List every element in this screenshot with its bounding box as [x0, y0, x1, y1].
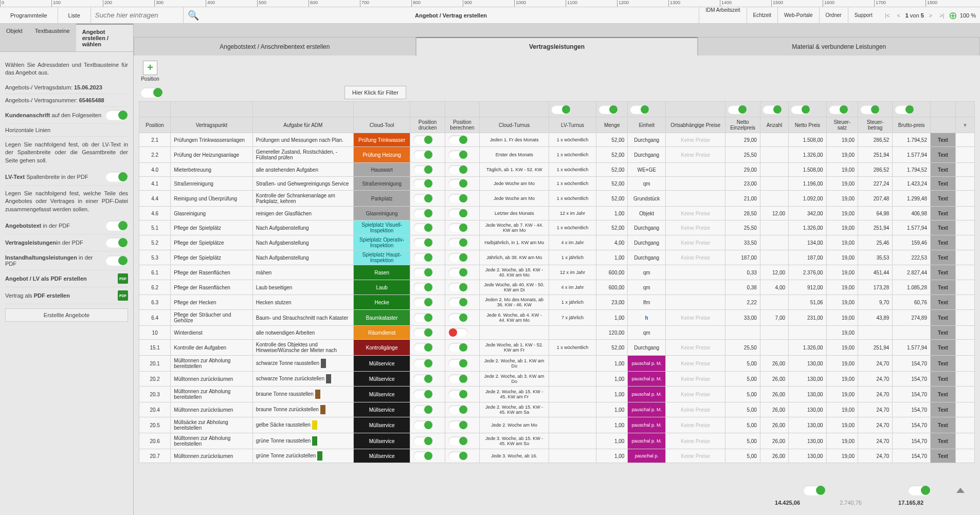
cell-cloudtool[interactable]: Prüfung Trinkwasser	[353, 133, 410, 147]
table-row[interactable]: 6.1 Pflege der Rasenflächen mähen Rasen …	[139, 265, 975, 280]
col-toggle-einheit[interactable]	[630, 105, 649, 114]
row-text-button[interactable]: Text	[930, 449, 955, 463]
scroll-up-icon[interactable]	[956, 488, 965, 493]
row-toggle-berechnen[interactable]	[448, 135, 468, 144]
programmteile-button[interactable]: Programmteile	[0, 7, 58, 23]
cell-cloudtool[interactable]: Müllservice	[353, 372, 410, 387]
row-toggle-berechnen[interactable]	[448, 313, 468, 322]
th-pos-drucken[interactable]: Position drucken	[410, 117, 445, 133]
row-text-button[interactable]: Text	[930, 372, 955, 387]
table-row[interactable]: 4.6 Glasreinigung reinigen der Glasfläch…	[139, 207, 975, 220]
table-row[interactable]: 20.4 Mülltonnen zurückräumen braune Tonn…	[139, 402, 975, 417]
cell-cloudtool[interactable]: Spielplatz Haupt-Inspektion	[353, 250, 410, 265]
tab-vertragsleistungen[interactable]: Vertragsleistungen	[416, 37, 698, 56]
lvtext-toggle[interactable]	[105, 172, 128, 182]
angebotstext-toggle[interactable]	[105, 220, 128, 231]
row-toggle-berechnen[interactable]	[448, 194, 468, 203]
cell-cloudtool[interactable]: Müllservice	[353, 433, 410, 449]
cell-cloudtool[interactable]: Müllservice	[353, 417, 410, 433]
row-toggle-drucken[interactable]	[413, 150, 433, 159]
th-anzahl[interactable]: Anzahl	[760, 117, 788, 133]
row-toggle-drucken[interactable]	[413, 405, 433, 414]
webportale-button[interactable]: Web-Portale	[777, 7, 819, 23]
row-text-button[interactable]: Text	[930, 177, 955, 191]
cell-cloudtool[interactable]: Baumkataster	[353, 310, 410, 326]
row-toggle-drucken[interactable]	[413, 165, 433, 174]
cell-cloudtool[interactable]: Glasreinigung	[353, 207, 410, 220]
table-row[interactable]: 20.1 Mülltonnen zur Abholung bereitstell…	[139, 356, 975, 372]
row-toggle-berechnen[interactable]	[448, 165, 468, 174]
kundenanschrift-toggle[interactable]	[105, 110, 128, 120]
row-toggle-berechnen[interactable]	[448, 298, 468, 307]
filter-button[interactable]: Hier Klick für Filter	[344, 86, 406, 99]
th-aufgabe[interactable]: Aufgabe für ADM	[252, 117, 353, 133]
cell-cloudtool[interactable]: Müllservice	[353, 402, 410, 417]
row-toggle-drucken[interactable]	[413, 194, 433, 203]
th-pos-berechnen[interactable]: Position berechnen	[445, 117, 479, 133]
row-toggle-berechnen[interactable]	[448, 390, 468, 399]
angebot-pdf-button[interactable]: Angebot / LV als PDF erstellen	[5, 275, 118, 282]
th-bruttopreis[interactable]: Brutto-preis	[893, 117, 931, 133]
row-text-button[interactable]: Text	[930, 433, 955, 449]
row-toggle-berechnen[interactable]	[448, 150, 468, 159]
th-netto-preis[interactable]: Netto Preis	[789, 117, 827, 133]
row-text-button[interactable]: Text	[930, 235, 955, 250]
row-text-button[interactable]: Text	[930, 147, 955, 163]
vertragsleistungen-toggle[interactable]	[105, 237, 128, 248]
tab-textbausteine[interactable]: Textbausteine	[29, 24, 76, 51]
col-toggle-lv[interactable]	[551, 105, 571, 114]
row-toggle-drucken[interactable]	[413, 313, 433, 322]
row-toggle-berechnen[interactable]	[448, 328, 468, 337]
cell-cloudtool[interactable]: Kontrollgänge	[353, 340, 410, 356]
row-toggle-drucken[interactable]	[413, 359, 433, 368]
col-toggle-nep[interactable]	[728, 105, 747, 114]
row-text-button[interactable]: Text	[930, 387, 955, 402]
row-text-button[interactable]: Text	[930, 295, 955, 310]
cell-cloudtool[interactable]: Rasen	[353, 265, 410, 280]
row-text-button[interactable]: Text	[930, 417, 955, 433]
footer-toggle-1[interactable]	[803, 485, 826, 495]
row-toggle-drucken[interactable]	[413, 328, 433, 337]
cell-cloudtool[interactable]: Hecke	[353, 295, 410, 310]
th-steuersatz[interactable]: Steuer-satz	[826, 117, 858, 133]
instandhaltung-toggle[interactable]	[105, 255, 128, 266]
col-toggle-sb[interactable]	[860, 105, 880, 114]
row-toggle-drucken[interactable]	[413, 268, 433, 277]
row-text-button[interactable]: Text	[930, 220, 955, 235]
row-toggle-drucken[interactable]	[413, 135, 433, 144]
table-row[interactable]: 5.1 Pflege der Spielplätz Nach Aufgabens…	[139, 220, 975, 235]
add-page-icon[interactable]: ⊕	[949, 11, 958, 20]
row-text-button[interactable]: Text	[930, 207, 955, 220]
row-toggle-berechnen[interactable]	[448, 238, 468, 247]
cell-cloudtool[interactable]: Straßenreinigung	[353, 177, 410, 191]
th-steuerbetrag[interactable]: Steuer-betrag	[858, 117, 892, 133]
row-toggle-berechnen[interactable]	[448, 436, 468, 446]
row-toggle-drucken[interactable]	[413, 283, 433, 292]
row-toggle-berechnen[interactable]	[448, 223, 468, 232]
table-row[interactable]: 20.5 Müllsäcke zur Abholung bereitstelle…	[139, 417, 975, 433]
row-text-button[interactable]: Text	[930, 250, 955, 265]
search-input[interactable]	[95, 11, 179, 19]
erstellte-angebote-button[interactable]: Erstellte Angebote	[5, 308, 128, 322]
table-row[interactable]: 15.1 Kontrolle der Aufgaben Kontrolle de…	[139, 340, 975, 356]
vertrag-pdf-button[interactable]: Vertrag Vertrag als PDF erstellenals PDF…	[5, 292, 118, 299]
row-toggle-berechnen[interactable]	[448, 451, 468, 461]
th-position[interactable]: Position	[139, 117, 171, 133]
col-toggle-anzahl[interactable]	[763, 105, 782, 114]
row-toggle-berechnen[interactable]	[448, 209, 468, 218]
row-toggle-berechnen[interactable]	[448, 343, 468, 352]
row-toggle-berechnen[interactable]	[448, 359, 468, 368]
row-text-button[interactable]: Text	[930, 163, 955, 177]
row-toggle-berechnen[interactable]	[448, 268, 468, 277]
row-toggle-drucken[interactable]	[413, 298, 433, 307]
cell-cloudtool[interactable]: Laub	[353, 280, 410, 295]
th-cloudtool[interactable]: Cloud-Tool	[353, 117, 410, 133]
echtzeit-button[interactable]: Echtzeit	[747, 7, 778, 23]
row-text-button[interactable]: Text	[930, 340, 955, 356]
tab-angebot-erstellen[interactable]: Angebot erstellen / wählen	[76, 24, 133, 51]
th-cloud-turnus[interactable]: Cloud-Turnus	[480, 117, 549, 133]
table-row[interactable]: 20.3 Mülltonnen zur Abholung bereitstell…	[139, 387, 975, 402]
idm-button[interactable]: IDM Arbeitszeit	[699, 7, 746, 23]
nav-prev-icon[interactable]: <	[894, 11, 903, 20]
tab-angebotstext[interactable]: Angebotstext / Anschreibentext erstellen	[134, 37, 416, 56]
